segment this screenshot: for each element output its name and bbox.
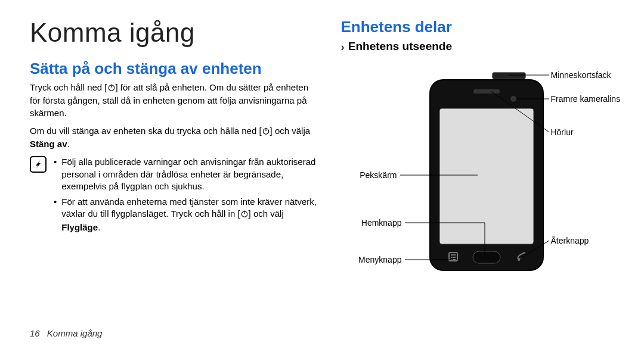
right-column: Enhetens delar ›Enhetens utseende (340, 18, 614, 288)
text-fragment: . (67, 139, 70, 149)
bullet: • (54, 156, 57, 192)
svg-rect-9 (439, 108, 534, 244)
section-heading-power: Sätta på och stänga av enheten (30, 60, 317, 78)
note-text: För att använda enheterna med tjänster s… (61, 196, 317, 233)
text-fragment: . (98, 222, 100, 232)
label-home-button: Hemknapp (361, 218, 402, 228)
label-back-button: Återknapp (550, 236, 589, 245)
page-footer: 16 Komma igång (30, 328, 102, 338)
subheading-text: Enhetens utseende (348, 40, 452, 52)
page: Komma igång Sätta på och stänga av enhet… (0, 0, 644, 288)
device-diagram: Minneskortsfack Framre kameralins Hörlur… (340, 62, 615, 288)
note-item: • För att använda enheterna med tjänster… (54, 196, 317, 233)
page-title: Komma igång (30, 18, 317, 48)
power-icon (262, 126, 270, 138)
svg-rect-12 (473, 251, 500, 263)
note-text: Följ alla publicerade varningar och anvi… (61, 156, 317, 192)
text-fragment: ] och välj (249, 208, 284, 219)
note-list: • Följ alla publicerade varningar och an… (54, 156, 317, 237)
power-paragraph-1: Tryck och håll ned [] för att slå på enh… (30, 82, 317, 119)
text-fragment: Tryck och håll ned [ (30, 82, 107, 92)
label-memory-slot: Minneskortsfack (550, 70, 611, 80)
section-heading-parts: Enhetens delar (340, 18, 614, 36)
left-column: Komma igång Sätta på och stänga av enhet… (30, 18, 317, 288)
power-icon (107, 83, 116, 95)
label-earpiece: Hörlur (550, 127, 573, 137)
svg-point-11 (510, 96, 516, 102)
note-icon (30, 156, 47, 173)
power-paragraph-2: Om du vill stänga av enheten ska du tryc… (30, 125, 317, 151)
svg-rect-10 (473, 89, 500, 94)
bold-text: Stäng av (30, 139, 67, 149)
page-number: 16 (30, 328, 40, 338)
bold-text: Flygläge (61, 222, 98, 232)
text-fragment: ] och välja (270, 126, 311, 136)
subsection-heading-appearance: ›Enhetens utseende (340, 40, 614, 54)
running-title: Komma igång (47, 328, 103, 338)
text-fragment: Om du vill stänga av enheten ska du tryc… (30, 126, 262, 136)
chevron-icon: › (340, 40, 344, 54)
bullet: • (54, 196, 57, 233)
note-item: • Följ alla publicerade varningar och an… (54, 156, 317, 192)
power-icon (240, 209, 249, 221)
note-block: • Följ alla publicerade varningar och an… (30, 156, 317, 237)
label-front-camera: Framre kameralins (550, 94, 620, 104)
label-menu-button: Menyknapp (358, 255, 401, 264)
svg-rect-8 (493, 73, 525, 79)
label-touchscreen: Pekskärm (360, 170, 397, 180)
